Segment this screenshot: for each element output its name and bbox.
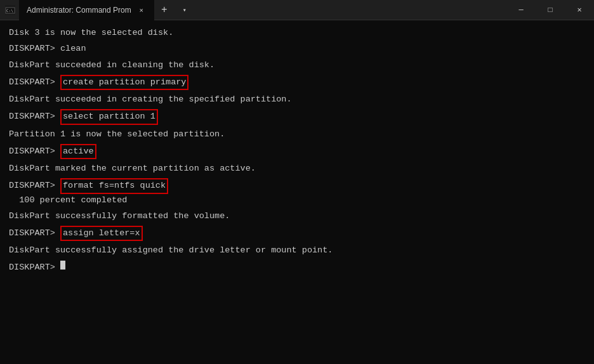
prompt-text: DISKPART>	[9, 42, 60, 55]
tab-dropdown-button[interactable]: ▾	[175, 0, 195, 20]
terminal-line	[9, 72, 585, 72]
terminal-line: DISKPART> clean	[9, 42, 585, 55]
terminal-line: DiskPart successfully assigned the drive…	[9, 244, 585, 257]
output-text: DiskPart successfully formatted the volu…	[9, 210, 230, 223]
command-text: active	[60, 144, 96, 159]
terminal-line: DISKPART> format fs=ntfs quick	[9, 178, 585, 193]
new-tab-button[interactable]: +	[154, 0, 175, 20]
window: C:\ Administrator: Command Prom × + ▾ ─ …	[0, 0, 594, 364]
terminal-line	[9, 241, 585, 242]
terminal-line: Disk 3 is now the selected disk.	[9, 27, 585, 39]
output-text: Partition 1 is now the selected partitio…	[9, 128, 225, 141]
terminal-line	[9, 90, 585, 91]
terminal-line: Partition 1 is now the selected partitio…	[9, 128, 585, 141]
command-text: assign letter=x	[60, 226, 143, 241]
tab-title: Administrator: Command Prom	[27, 6, 131, 15]
terminal-line: DISKPART> active	[9, 144, 585, 159]
command-text: create partition primary	[60, 75, 188, 90]
restore-button[interactable]: □	[536, 0, 565, 20]
prompt-text: DISKPART>	[9, 145, 60, 158]
active-tab[interactable]: Administrator: Command Prom ×	[19, 0, 154, 20]
terminal-line	[9, 175, 585, 176]
prompt-text: DISKPART>	[9, 261, 60, 274]
terminal-line: DISKPART> assign letter=x	[9, 226, 585, 241]
command-text: clean	[60, 42, 86, 55]
output-text: DiskPart succeeded in cleaning the disk.	[9, 59, 214, 72]
terminal-line: 100 percent completed	[9, 194, 585, 207]
output-text: Disk 3 is now the selected disk.	[9, 27, 173, 39]
svg-text:C:\: C:\	[6, 8, 13, 13]
terminal-line	[9, 223, 585, 223]
window-controls: ─ □ ✕	[506, 0, 594, 20]
titlebar: C:\ Administrator: Command Prom × + ▾ ─ …	[0, 0, 594, 20]
output-text: DiskPart succeeded in creating the speci…	[9, 93, 292, 106]
tab-close-button[interactable]: ×	[136, 5, 147, 15]
prompt-text: DISKPART>	[9, 179, 60, 192]
terminal-line	[9, 207, 585, 207]
command-text: select partition 1	[60, 109, 158, 124]
output-text: DiskPart marked the current partition as…	[9, 162, 256, 175]
cursor	[60, 261, 65, 270]
prompt-text: DISKPART>	[9, 76, 60, 89]
command-text: format fs=ntfs quick	[60, 178, 168, 193]
terminal-output[interactable]: Disk 3 is now the selected disk.DISKPART…	[0, 20, 594, 364]
terminal-line: DISKPART> select partition 1	[9, 109, 585, 124]
output-text: DiskPart successfully assigned the drive…	[9, 244, 333, 257]
terminal-line	[9, 141, 585, 141]
terminal-line: DISKPART>	[9, 261, 585, 274]
output-text: 100 percent completed	[9, 194, 127, 207]
app-icon: C:\	[5, 5, 15, 15]
prompt-text: DISKPART>	[9, 110, 60, 123]
terminal-line	[9, 56, 585, 56]
close-button[interactable]: ✕	[565, 0, 594, 20]
terminal-line: DiskPart marked the current partition as…	[9, 162, 585, 175]
terminal-line: DiskPart successfully formatted the volu…	[9, 210, 585, 223]
prompt-text: DISKPART>	[9, 227, 60, 240]
minimize-button[interactable]: ─	[506, 0, 536, 20]
terminal-line: DISKPART> create partition primary	[9, 75, 585, 90]
terminal-line	[9, 39, 585, 40]
terminal-line	[9, 125, 585, 126]
terminal-line	[9, 159, 585, 160]
terminal-line: DiskPart succeeded in cleaning the disk.	[9, 59, 585, 72]
terminal-line	[9, 106, 585, 107]
tab-area: Administrator: Command Prom × + ▾	[19, 0, 506, 20]
terminal-line: DiskPart succeeded in creating the speci…	[9, 93, 585, 106]
terminal-line	[9, 257, 585, 258]
